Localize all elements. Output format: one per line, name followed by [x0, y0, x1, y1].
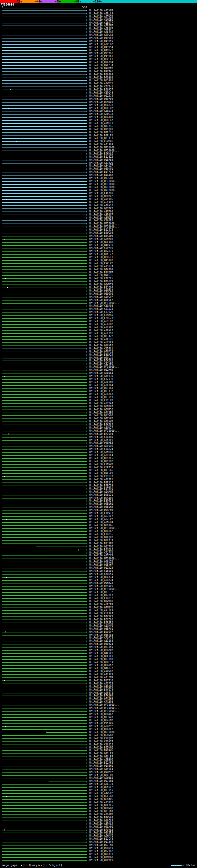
hit-line[interactable]	[2, 418, 86, 419]
hit-line[interactable]	[2, 44, 86, 45]
hit-line[interactable]	[2, 117, 86, 118]
hit-line[interactable]	[2, 544, 86, 544]
hit-line[interactable]	[2, 172, 86, 173]
hit-line[interactable]	[2, 17, 86, 17]
hit-line[interactable]	[2, 56, 86, 57]
hit-line[interactable]	[2, 647, 86, 648]
hit-line[interactable]	[2, 729, 86, 730]
hit-line[interactable]	[2, 723, 86, 723]
hit-line[interactable]	[2, 87, 86, 87]
hit-line[interactable]	[2, 166, 86, 166]
hit-line[interactable]	[2, 409, 86, 410]
hit-line[interactable]	[2, 251, 86, 252]
hit-line[interactable]	[2, 665, 86, 666]
hit-line[interactable]	[2, 839, 86, 839]
hit-line[interactable]	[2, 99, 86, 99]
hit-line[interactable]	[2, 510, 86, 510]
hit-line[interactable]	[2, 695, 86, 696]
hit-line[interactable]	[2, 756, 86, 757]
hit-line[interactable]	[36, 547, 86, 547]
hit-line[interactable]	[2, 437, 86, 438]
hit-line[interactable]	[2, 711, 86, 712]
hit-line[interactable]	[2, 753, 86, 754]
hit-line[interactable]	[2, 836, 86, 836]
hit-line[interactable]	[2, 793, 86, 794]
hit-line[interactable]	[2, 796, 86, 797]
hit-line[interactable]	[2, 327, 86, 328]
hit-line[interactable]	[2, 209, 86, 209]
hit-line[interactable]	[2, 400, 86, 401]
hit-line[interactable]	[2, 108, 86, 109]
hit-line[interactable]	[2, 178, 86, 179]
hit-line[interactable]	[2, 297, 86, 298]
hit-line[interactable]	[2, 702, 86, 702]
hit-line[interactable]	[2, 309, 86, 309]
hit-line[interactable]	[2, 802, 86, 803]
hit-line[interactable]	[2, 498, 86, 498]
hit-line[interactable]	[2, 388, 86, 389]
hit-line[interactable]	[2, 699, 86, 699]
hit-line[interactable]	[2, 394, 86, 395]
hit-line[interactable]	[2, 720, 86, 721]
hit-line[interactable]	[2, 71, 86, 72]
hit-line[interactable]	[2, 123, 86, 124]
hit-line[interactable]	[2, 160, 86, 160]
hit-line[interactable]	[2, 223, 86, 224]
hit-line[interactable]	[2, 595, 86, 596]
hit-line[interactable]	[2, 528, 86, 529]
hit-line[interactable]	[2, 467, 86, 468]
hit-line[interactable]	[2, 443, 86, 443]
hit-line[interactable]	[2, 638, 86, 638]
hit-line[interactable]	[2, 522, 86, 523]
hit-line[interactable]	[2, 318, 86, 319]
hit-line[interactable]	[2, 833, 86, 833]
hit-line[interactable]	[2, 141, 86, 142]
hit-line[interactable]	[78, 550, 86, 550]
hit-line[interactable]	[2, 738, 86, 739]
hit-line[interactable]	[2, 331, 86, 331]
hit-line[interactable]	[2, 656, 86, 657]
hit-line[interactable]	[2, 741, 86, 742]
hit-line[interactable]	[2, 78, 86, 78]
hit-line[interactable]	[2, 623, 86, 623]
hit-line[interactable]	[2, 559, 86, 559]
hit-line[interactable]	[2, 735, 86, 736]
hit-line[interactable]	[2, 242, 86, 243]
hit-line[interactable]	[2, 586, 86, 587]
hit-line[interactable]	[2, 659, 86, 660]
hit-line[interactable]	[2, 680, 86, 681]
hit-line[interactable]	[2, 294, 86, 294]
hit-line[interactable]	[2, 604, 86, 605]
hit-line[interactable]	[2, 342, 86, 343]
hit-line[interactable]	[48, 781, 86, 781]
hit-line[interactable]	[2, 202, 86, 203]
hit-line[interactable]	[2, 81, 86, 81]
hit-line[interactable]	[2, 53, 86, 54]
hit-line[interactable]	[2, 577, 86, 578]
hit-line[interactable]	[2, 425, 86, 425]
hit-line[interactable]	[2, 787, 86, 787]
hit-line[interactable]	[2, 227, 86, 227]
hit-line[interactable]	[2, 355, 86, 355]
hit-line[interactable]	[2, 632, 86, 632]
hit-line[interactable]	[2, 684, 86, 684]
hit-line[interactable]	[2, 422, 86, 422]
hit-line[interactable]	[2, 29, 86, 29]
hit-line[interactable]	[2, 455, 86, 456]
hit-line[interactable]	[2, 352, 86, 352]
hit-line[interactable]	[2, 65, 86, 66]
hit-line[interactable]	[2, 531, 86, 532]
hit-line[interactable]	[2, 93, 86, 93]
hit-line[interactable]	[2, 705, 86, 706]
hit-line[interactable]	[2, 848, 86, 848]
hit-line[interactable]	[2, 714, 86, 715]
hit-line[interactable]	[2, 760, 86, 760]
hit-line[interactable]	[2, 464, 86, 465]
hit-line[interactable]	[2, 370, 86, 370]
hit-line[interactable]	[2, 616, 86, 617]
hit-line[interactable]	[2, 132, 86, 133]
hit-line[interactable]	[2, 775, 86, 776]
hit-line[interactable]	[2, 236, 86, 237]
hit-line[interactable]	[2, 483, 86, 483]
hit-line[interactable]	[2, 379, 86, 380]
